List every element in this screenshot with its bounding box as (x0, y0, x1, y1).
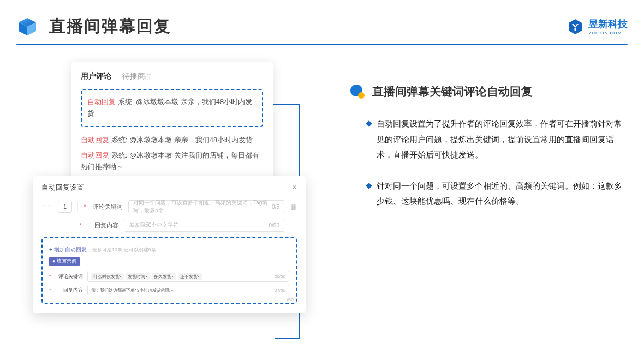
comments-card: 用户评论 待播商品 自动回复 系统: @冰墩墩本墩 亲亲，我们48小时内发货 自… (71, 62, 273, 187)
system-label: 系统: (111, 136, 128, 144)
logo-text: 昱新科技 (588, 19, 628, 29)
required-icon: * (49, 287, 51, 293)
close-icon[interactable]: × (292, 183, 297, 192)
char-count: 20/50 (275, 274, 285, 279)
char-count: 0/5 (272, 204, 279, 210)
tabs: 用户评论 待播商品 (81, 71, 263, 81)
left-panel: 用户评论 待播商品 自动回复 系统: @冰墩墩本墩 亲亲，我们48小时内发货 自… (16, 62, 289, 225)
tag-chip: 还不发货× (178, 273, 202, 280)
bullet-text: 自动回复设置为了提升作者的评论回复效率，作者可在开播前针对常见的评论用户问题，提… (377, 116, 628, 163)
placeholder-text: 每条限50个中文字符 (129, 221, 178, 229)
brand-logo: 昱新科技 YUUXIN.COM (567, 17, 628, 35)
content-label: 回复内容 (88, 221, 118, 230)
example-box: + 增加自动回复 最多可建10条 还可以创建9条 ● 填写示例 * 评论关键词 … (41, 237, 297, 304)
comment-row: 自动回复 系统: @冰墩墩本墩 关注我们的店铺，每日都有热门推荐呦～ (81, 148, 263, 175)
separator (77, 202, 78, 212)
ex-keyword-input: 什么时候发货× 发货时间× 多久发货× 还不发货× 20/50 (87, 271, 289, 282)
ex-keyword-label: 评论关键词 (57, 273, 83, 280)
ex-content-input: 亲，我们这边都是下单48小时内发货的哦～ 37/50 (87, 285, 289, 295)
system-label: 系统: (118, 98, 134, 106)
tab-products[interactable]: 待播商品 (122, 71, 153, 81)
ex-content-label: 回复内容 (57, 287, 83, 294)
keyword-input[interactable]: 对同一个问题，可设置多个相近、高频的关键词，Tag填写，最多5个 0/5 (128, 200, 284, 213)
section-title-text: 直播间弹幕关键词评论自动回复 (372, 84, 533, 99)
add-hint: 最多可建10条 还可以创建9条 (92, 247, 156, 252)
comment-row: 自动回复 系统: @冰墩墩本墩 亲亲，我们48小时内发货 (81, 132, 263, 148)
page-header: 直播间弹幕回复 昱新科技 YUUXIN.COM (0, 0, 644, 44)
add-reply-link[interactable]: + 增加自动回复 (49, 246, 87, 252)
bullet-item: 自动回复设置为了提升作者的评论回复效率，作者可在开播前针对常见的评论用户问题，提… (349, 116, 628, 163)
example-badge: ● 填写示例 (49, 257, 80, 266)
bullet-item: 针对同一个问题，可设置多个相近的、高频的关键词。例如：这款多少钱、这块能优惠吗、… (349, 178, 628, 209)
tag-chip: 什么时候发货× (91, 273, 124, 280)
number-box: 1 (58, 201, 72, 213)
required-icon: * (79, 222, 81, 228)
auto-reply-tag: 自动回复 (87, 98, 116, 106)
placeholder-text: 对同一个问题，可设置多个相近、高频的关键词，Tag填写，最多5个 (133, 199, 272, 214)
chat-bubble-icon (349, 83, 366, 100)
right-panel: 直播间弹幕关键词评论自动回复 自动回复设置为了提升作者的评论回复效率，作者可在开… (289, 62, 628, 225)
comment-text: @冰墩墩本墩 亲亲，我们48小时内发货 (129, 136, 253, 144)
auto-reply-tag: 自动回复 (81, 136, 109, 144)
char-count: /50 (287, 297, 294, 303)
system-label: 系统: (111, 151, 128, 159)
modal-title: 自动回复设置 (41, 183, 84, 192)
char-count: 37/50 (275, 288, 285, 293)
tab-comments[interactable]: 用户评论 (81, 71, 111, 81)
char-count: 0/50 (269, 222, 279, 228)
page-title: 直播间弹幕回复 (49, 15, 171, 38)
tag-chip: 发货时间× (126, 273, 150, 280)
header-divider (16, 44, 628, 45)
svg-point-1 (358, 92, 365, 99)
required-icon: * (84, 203, 86, 210)
trash-icon[interactable]: 🗑 (290, 203, 297, 211)
section-heading: 直播间弹幕关键词评论自动回复 (349, 83, 628, 100)
drag-handle-icon[interactable]: ⋮⋮ (41, 204, 52, 210)
diamond-bullet-icon (366, 120, 372, 126)
content-input[interactable]: 每条限50个中文字符 0/50 (124, 219, 284, 232)
highlighted-comment: 自动回复 系统: @冰墩墩本墩 亲亲，我们48小时内发货 (81, 89, 263, 127)
required-icon: * (49, 274, 51, 279)
bullet-text: 针对同一个问题，可设置多个相近的、高频的关键词。例如：这款多少钱、这块能优惠吗、… (377, 178, 628, 209)
cube-icon (16, 16, 38, 38)
logo-mark-icon (567, 18, 584, 35)
settings-modal: 自动回复设置 × ⋮⋮ 1 * 评论关键词 对同一个问题，可设置多个相近、高频的… (33, 176, 306, 313)
auto-reply-tag: 自动回复 (81, 151, 109, 159)
ex-content-text: 亲，我们这边都是下单48小时内发货的哦～ (91, 287, 175, 293)
tag-chip: 多久发货× (152, 273, 176, 280)
keyword-label: 评论关键词 (92, 203, 123, 211)
logo-subtext: YUUXIN.COM (588, 31, 628, 35)
diamond-bullet-icon (366, 183, 372, 189)
